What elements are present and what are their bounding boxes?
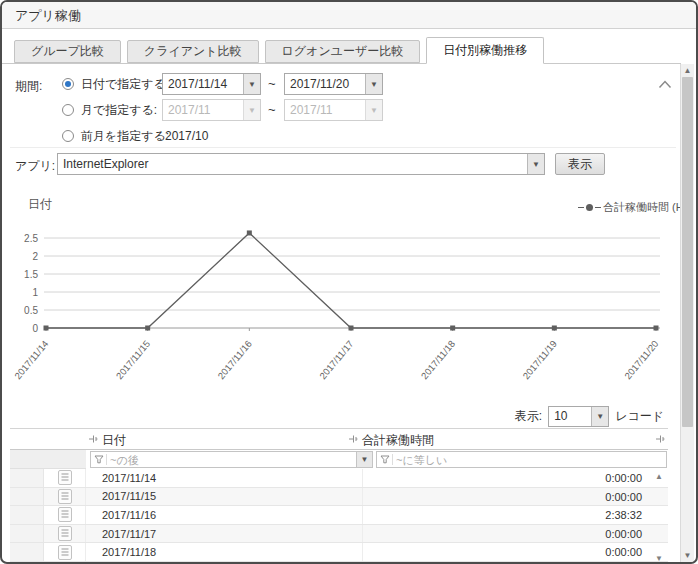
time-filter[interactable] xyxy=(376,451,667,468)
row-selector-cell[interactable] xyxy=(10,525,44,543)
svg-text:0.5: 0.5 xyxy=(24,305,38,316)
prev-month-value: 2017/10 xyxy=(165,129,208,143)
scroll-down-icon[interactable]: ▼ xyxy=(681,549,694,562)
tab-bar: グループ比較 クライアント比較 ログオンユーザー比較 日付別稼働推移 xyxy=(2,35,681,64)
detail-document-icon[interactable] xyxy=(58,526,72,541)
svg-text:2: 2 xyxy=(32,251,38,262)
tab-group-compare[interactable]: グループ比較 xyxy=(14,40,121,63)
title-bar: アプリ稼働 xyxy=(2,2,696,29)
col-header-total-time[interactable]: 合計稼働時間 xyxy=(362,432,434,449)
tab-client-compare[interactable]: クライアント比較 xyxy=(127,40,259,63)
detail-document-icon[interactable] xyxy=(58,470,72,485)
svg-text:2017/11/17: 2017/11/17 xyxy=(317,338,356,381)
radio-by-date[interactable] xyxy=(62,78,74,90)
svg-text:1: 1 xyxy=(32,287,38,298)
svg-text:2017/11/16: 2017/11/16 xyxy=(215,338,254,381)
grid-filter-row: ▼ xyxy=(10,450,668,469)
detail-document-icon[interactable] xyxy=(58,545,72,560)
time-filter-input[interactable] xyxy=(396,454,666,466)
table-row[interactable]: 2017/11/18 0:00:00 xyxy=(10,543,668,562)
legend-line-icon xyxy=(595,207,601,208)
date-cell: 2017/11/17 xyxy=(86,528,362,540)
funnel-icon xyxy=(380,455,390,464)
app-window: アプリ稼働 グループ比較 クライアント比較 ログオンユーザー比較 日付別稼働推移… xyxy=(0,0,698,564)
table-row[interactable]: 2017/11/14 0:00:00 xyxy=(10,469,668,488)
svg-text:2017/11/18: 2017/11/18 xyxy=(419,338,458,381)
chart-title: 日付 xyxy=(28,196,52,213)
collapse-chevron-icon[interactable] xyxy=(658,80,672,89)
tab-logon-user-compare[interactable]: ログオンユーザー比較 xyxy=(265,40,421,63)
month-from-input xyxy=(163,100,243,120)
row-selector-cell[interactable] xyxy=(10,506,44,524)
table-row[interactable]: 2017/11/17 0:00:00 xyxy=(10,525,668,544)
detail-document-icon[interactable] xyxy=(58,489,72,504)
chevron-down-icon[interactable]: ▼ xyxy=(243,74,260,94)
records-input[interactable] xyxy=(549,407,591,426)
section-divider xyxy=(10,147,676,148)
legend-label: 合計稼働時間 (H) xyxy=(603,200,687,215)
records-suffix: レコード xyxy=(615,408,664,425)
grid-header: 日付 合計稼働時間 xyxy=(10,429,668,450)
scrollbar-thumb[interactable] xyxy=(682,77,693,427)
chevron-down-icon[interactable]: ▼ xyxy=(356,452,372,467)
radio-prev-month[interactable] xyxy=(62,130,74,142)
period-row-prev-month: 前月を指定する: 2017/10 xyxy=(62,125,662,147)
chevron-down-icon[interactable]: ▼ xyxy=(365,74,382,94)
radio-prev-month-label: 前月を指定する: xyxy=(81,128,169,145)
pin-icon[interactable] xyxy=(655,434,665,444)
row-icon-cell xyxy=(44,506,86,524)
date-from-combo[interactable]: ▼ xyxy=(162,73,261,95)
date-from-input[interactable] xyxy=(163,74,243,94)
svg-text:2017/11/20: 2017/11/20 xyxy=(622,338,661,381)
col-header-date[interactable]: 日付 xyxy=(102,432,126,449)
data-grid: 日付 合計稼働時間 ▼ xyxy=(10,428,668,564)
row-icon-cell xyxy=(44,469,86,487)
scroll-up-icon[interactable]: ▲ xyxy=(681,64,694,77)
radio-by-month[interactable] xyxy=(62,104,74,116)
row-selector-cell[interactable] xyxy=(10,543,44,561)
scroll-up-icon[interactable]: ▲ xyxy=(655,473,665,481)
filter-separator xyxy=(106,454,107,465)
scroll-down-icon[interactable]: ▼ xyxy=(655,555,665,563)
page-scrollbar[interactable]: ▲ ▼ xyxy=(680,64,694,562)
app-input[interactable] xyxy=(58,154,527,174)
row-selector-cell[interactable] xyxy=(10,469,44,487)
date-cell: 2017/11/18 xyxy=(86,546,362,558)
filter-row-stub xyxy=(10,450,86,469)
range-separator: ~ xyxy=(268,76,276,91)
tab-daily-trend[interactable]: 日付別稼働推移 xyxy=(426,37,544,64)
month-from-combo: ▼ xyxy=(162,99,261,121)
period-label: 期間: xyxy=(15,78,42,95)
detail-document-icon[interactable] xyxy=(58,507,72,522)
row-icon-cell xyxy=(44,525,86,543)
date-filter-input[interactable] xyxy=(110,454,356,466)
time-cell: 0:00:00 xyxy=(362,469,650,487)
time-cell: 0:00:00 xyxy=(362,543,650,561)
svg-text:2017/11/15: 2017/11/15 xyxy=(114,338,153,381)
chevron-down-icon[interactable]: ▼ xyxy=(591,407,608,426)
chevron-down-icon[interactable]: ▼ xyxy=(527,154,544,174)
app-combo[interactable]: ▼ xyxy=(57,153,545,175)
svg-text:2017/11/14: 2017/11/14 xyxy=(12,338,51,381)
show-button[interactable]: 表示 xyxy=(555,153,605,175)
row-selector-cell[interactable] xyxy=(10,488,44,506)
svg-text:2017/11/19: 2017/11/19 xyxy=(520,338,559,381)
pin-icon[interactable] xyxy=(88,434,98,444)
month-to-combo: ▼ xyxy=(284,99,383,121)
chevron-down-icon: ▼ xyxy=(243,100,260,120)
funnel-icon xyxy=(94,455,104,464)
date-cell: 2017/11/15 xyxy=(86,490,362,502)
date-to-input[interactable] xyxy=(285,74,365,94)
table-scrollbar[interactable]: ▲ ▼ xyxy=(652,469,668,564)
chart-area: 00.511.522.52017/11/142017/11/152017/11/… xyxy=(6,222,678,402)
date-to-combo[interactable]: ▼ xyxy=(284,73,383,95)
legend-dot-icon xyxy=(586,204,593,211)
filter-separator xyxy=(392,454,393,465)
table-row[interactable]: 2017/11/16 2:38:32 xyxy=(10,506,668,525)
legend-line-icon xyxy=(578,207,584,208)
pin-icon[interactable] xyxy=(348,434,358,444)
time-cell: 0:00:00 xyxy=(362,525,650,543)
table-row[interactable]: 2017/11/15 0:00:00 xyxy=(10,488,668,507)
records-combo[interactable]: ▼ xyxy=(548,406,609,427)
date-filter[interactable]: ▼ xyxy=(90,451,373,468)
